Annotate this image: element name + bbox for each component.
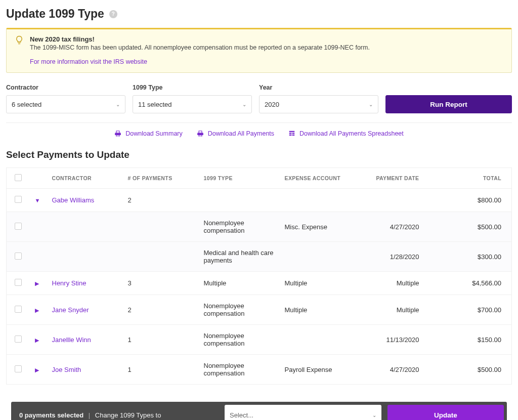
row-checkbox[interactable] (15, 306, 22, 313)
footer-1099-type-select[interactable]: Select... ⌄ (225, 405, 381, 420)
cell-payment-date: 11/13/2020 (366, 325, 431, 355)
info-alert: New 2020 tax filings! The 1099-MISC form… (6, 28, 512, 73)
row-checkbox[interactable] (15, 196, 22, 203)
footer-selection-text: 0 payments selected | Change 1099 Types … (19, 411, 161, 419)
row-checkbox[interactable] (15, 223, 22, 230)
year-select-value: 2020 (265, 101, 279, 108)
filters-row: Contractor 6 selected ⌄ 1099 Type 11 sel… (6, 84, 512, 113)
cell-total: $300.00 (431, 242, 512, 272)
spreadsheet-icon (288, 130, 295, 137)
cell-num-payments: 2 (123, 295, 199, 325)
cell-payment-date: 4/27/2020 (366, 212, 431, 242)
contractor-link[interactable]: Henry Stine (52, 279, 87, 287)
cell-payment-date (366, 189, 431, 212)
type1099-select[interactable]: 11 selected ⌄ (133, 95, 252, 113)
section-title: Select Payments to Update (6, 149, 512, 160)
cell-total: $700.00 (431, 295, 512, 325)
expand-toggle-icon[interactable]: ▶ (35, 280, 39, 287)
lightbulb-icon (15, 35, 24, 45)
help-icon[interactable]: ? (109, 10, 117, 18)
cell-expense-account: Misc. Expense (280, 212, 366, 242)
row-checkbox[interactable] (15, 279, 22, 286)
cell-1099-type: Nonemployee compensation (199, 295, 280, 325)
cell-1099-type (199, 189, 280, 212)
cell-payment-date: 4/27/2020 (366, 355, 431, 385)
cell-expense-account (280, 325, 366, 355)
cell-payment-date: 1/28/2020 (366, 242, 431, 272)
cell-1099-type: Nonemployee compensation (199, 355, 280, 385)
contractor-link[interactable]: Jane Snyder (52, 306, 89, 314)
contractor-filter-label: Contractor (6, 84, 125, 91)
contractor-select-value: 6 selected (12, 101, 41, 108)
update-footer-bar: 0 payments selected | Change 1099 Types … (11, 402, 507, 420)
col-expense-account: Expense Account (280, 168, 366, 189)
year-filter-label: Year (259, 84, 378, 91)
table-row: ▶Joe Smith1Nonemployee compensationPayro… (7, 355, 512, 385)
chevron-down-icon: ⌄ (369, 102, 373, 107)
cell-num-payments: 2 (123, 189, 199, 212)
cell-payment-date: Multiple (366, 272, 431, 295)
update-button[interactable]: Update (387, 405, 504, 420)
contractor-link[interactable]: Janellle Winn (52, 336, 91, 344)
chevron-down-icon: ⌄ (116, 102, 120, 107)
cell-expense-account: Multiple (280, 295, 366, 325)
cell-expense-account (280, 189, 366, 212)
alert-irs-link[interactable]: For more information visit the IRS websi… (30, 58, 147, 65)
select-all-checkbox[interactable] (15, 174, 22, 181)
alert-body: The 1099-MISC form has been updated. All… (30, 44, 504, 51)
cell-1099-type: Nonemployee compensation (199, 325, 280, 355)
row-checkbox[interactable] (15, 365, 22, 372)
expand-toggle-icon[interactable]: ▶ (35, 307, 39, 314)
chevron-down-icon: ⌄ (242, 102, 246, 107)
table-row: ▶Henry Stine3MultipleMultipleMultiple$4,… (7, 272, 512, 295)
cell-num-payments: 1 (123, 355, 199, 385)
footer-count: 0 payments selected (19, 411, 83, 419)
print-icon (114, 130, 121, 137)
cell-1099-type: Multiple (199, 272, 280, 295)
row-checkbox[interactable] (15, 253, 22, 260)
cell-expense-account: Multiple (280, 272, 366, 295)
cell-num-payments: 3 (123, 272, 199, 295)
col-contractor: Contractor (47, 168, 123, 189)
contractor-link[interactable]: Joe Smith (52, 366, 81, 373)
chevron-down-icon: ⌄ (372, 412, 376, 418)
cell-total: $150.00 (431, 325, 512, 355)
expand-toggle-icon[interactable]: ▶ (35, 367, 39, 373)
table-row: Nonemployee compensationMisc. Expense4/2… (7, 212, 512, 242)
cell-payment-date: Multiple (366, 295, 431, 325)
col-total: Total (431, 168, 512, 189)
cell-expense-account: Payroll Expense (280, 355, 366, 385)
cell-total: $500.00 (431, 212, 512, 242)
cell-total: $4,566.00 (431, 272, 512, 295)
cell-total: $800.00 (431, 189, 512, 212)
table-row: ▶Janellle Winn1Nonemployee compensation1… (7, 325, 512, 355)
payments-table: Contractor # of Payments 1099 Type Expen… (6, 167, 512, 385)
run-report-button[interactable]: Run Report (385, 95, 512, 113)
contractor-select[interactable]: 6 selected ⌄ (6, 95, 125, 113)
footer-select-placeholder: Select... (230, 411, 253, 419)
year-select[interactable]: 2020 ⌄ (259, 95, 378, 113)
download-summary-link[interactable]: Download Summary (114, 130, 183, 137)
download-spreadsheet-link[interactable]: Download All Payments Spreadsheet (288, 130, 404, 137)
cell-1099-type: Medical and health care payments (199, 242, 280, 272)
alert-title: New 2020 tax filings! (30, 35, 504, 43)
page-title-text: Update 1099 Type (6, 7, 104, 21)
col-payment-date: Payment Date (366, 168, 431, 189)
type1099-filter-label: 1099 Type (133, 84, 252, 91)
page-title: Update 1099 Type ? (6, 7, 117, 21)
row-checkbox[interactable] (15, 335, 22, 343)
cell-num-payments (123, 212, 199, 242)
cell-expense-account (280, 242, 366, 272)
download-links-row: Download Summary Download All Payments D… (6, 122, 512, 137)
download-summary-label: Download Summary (125, 130, 183, 137)
table-row: Medical and health care payments1/28/202… (7, 242, 512, 272)
expand-toggle-icon[interactable]: ▶ (35, 337, 39, 344)
cell-total: $500.00 (431, 355, 512, 385)
contractor-link[interactable]: Gabe Williams (52, 196, 95, 204)
collapse-toggle-icon[interactable]: ▼ (35, 197, 40, 203)
download-all-payments-link[interactable]: Download All Payments (197, 130, 274, 137)
print-icon (197, 130, 204, 137)
cell-num-payments: 1 (123, 325, 199, 355)
col-1099-type: 1099 Type (199, 168, 280, 189)
cell-num-payments (123, 242, 199, 272)
